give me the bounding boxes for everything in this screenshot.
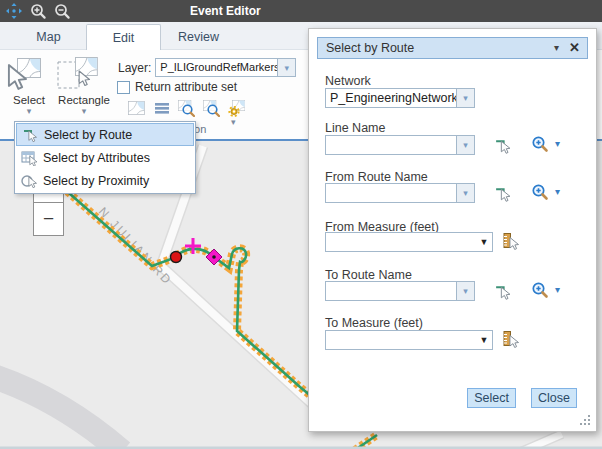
menu-item-label: Select by Attributes (43, 151, 150, 165)
select-features-icon[interactable] (128, 100, 145, 117)
to-measure-select-on-map-icon[interactable] (501, 330, 519, 348)
from-route-name-caret-icon[interactable]: ▾ (456, 184, 474, 202)
attributes-table-icon[interactable] (153, 100, 170, 117)
network-dropdown[interactable]: P_EngineeringNetwork ▾ (325, 88, 475, 108)
rectangle-tool-label: Rectangle (56, 94, 112, 106)
panel-header[interactable]: Select by Route ▾ ✕ (317, 37, 588, 59)
titlebar: Event Editor (0, 0, 602, 22)
select-tool-icon (6, 56, 42, 92)
network-caret-icon[interactable]: ▾ (456, 89, 474, 107)
selection-tools-row (128, 100, 245, 117)
from-route-name-label: From Route Name (325, 170, 428, 184)
layer-dropdown-value: P_ILIGroundRefMarkers (156, 59, 277, 76)
tab-review[interactable]: Review (161, 25, 236, 50)
from-route-name-value (326, 184, 456, 202)
pan-to-selection-icon[interactable] (203, 100, 220, 117)
map-zoom-out-button[interactable]: − (33, 203, 64, 236)
network-value: P_EngineeringNetwork (326, 89, 456, 107)
menu-item-label: Select by Proximity (43, 174, 149, 188)
close-button[interactable]: Close (531, 388, 577, 408)
menu-item-select-by-attributes[interactable]: Select by Attributes (16, 146, 194, 169)
line-name-label: Line Name (325, 121, 385, 135)
from-measure-combobox[interactable]: ▼ (325, 232, 493, 252)
menu-item-label: Select by Route (44, 128, 132, 142)
line-name-zoom-caret-icon[interactable]: ▾ (555, 138, 560, 149)
layer-label: Layer: (118, 61, 151, 75)
to-route-select-on-map-icon[interactable] (493, 282, 511, 300)
from-route-select-on-map-icon[interactable] (493, 184, 511, 202)
network-label: Network (325, 74, 371, 88)
from-route-zoom-caret-icon[interactable]: ▾ (555, 186, 560, 197)
panel-title: Select by Route (326, 38, 414, 58)
rectangle-tool-icon (56, 56, 100, 92)
select-tool-caret-icon[interactable]: ▾ (6, 107, 52, 116)
zoom-in-icon[interactable] (29, 2, 47, 20)
app-title: Event Editor (190, 0, 261, 22)
select-tool-label: Select (6, 94, 52, 106)
red-point-marker[interactable] (171, 252, 182, 263)
to-measure-combobox[interactable]: ▼ (325, 330, 493, 350)
select-by-route-icon (21, 126, 38, 143)
to-route-zoom-caret-icon[interactable]: ▾ (555, 284, 560, 295)
layer-dropdown-caret-icon[interactable]: ▾ (277, 59, 295, 76)
line-name-dropdown[interactable]: ▾ (325, 135, 475, 155)
selection-options-icon[interactable] (228, 100, 245, 117)
tab-map[interactable]: Map (11, 25, 86, 50)
select-by-route-panel: Select by Route ▾ ✕ Network P_Engineerin… (308, 28, 597, 432)
menu-item-select-by-route[interactable]: Select by Route (16, 123, 194, 146)
panel-collapse-caret-icon[interactable]: ▾ (554, 38, 559, 58)
rectangle-tool-caret-icon[interactable]: ▾ (56, 107, 112, 116)
menu-item-select-by-proximity[interactable]: Select by Proximity (16, 169, 194, 192)
from-measure-select-on-map-icon[interactable] (501, 232, 519, 250)
from-route-name-dropdown[interactable]: ▾ (325, 183, 475, 203)
selection-options-caret-icon[interactable]: ▾ (231, 118, 236, 127)
zoom-to-selection-icon[interactable] (178, 100, 195, 117)
return-attribute-set-checkbox[interactable] (117, 81, 130, 94)
to-measure-value (326, 331, 476, 349)
to-route-name-label: To Route Name (325, 268, 412, 282)
line-name-value (326, 136, 456, 154)
select-button[interactable]: Select (467, 388, 516, 408)
layer-dropdown[interactable]: P_ILIGroundRefMarkers ▾ (155, 58, 296, 77)
select-tool-menu: Select by Route Select by Attributes S (14, 121, 196, 194)
to-measure-label: To Measure (feet) (325, 316, 423, 330)
event-editor-window: N JULIAN RD + − (0, 0, 602, 449)
to-route-name-dropdown[interactable]: ▾ (325, 281, 475, 301)
from-measure-caret-icon[interactable]: ▼ (476, 233, 492, 251)
line-name-caret-icon[interactable]: ▾ (456, 136, 474, 154)
tab-edit[interactable]: Edit (86, 24, 161, 51)
to-measure-caret-icon[interactable]: ▼ (476, 331, 492, 349)
from-measure-value (326, 233, 476, 251)
line-name-select-on-map-icon[interactable] (493, 136, 511, 154)
select-by-attributes-icon (20, 149, 37, 166)
from-route-zoom-icon[interactable] (531, 183, 549, 201)
line-name-zoom-icon[interactable] (531, 135, 549, 153)
zoom-out-icon[interactable] (53, 2, 71, 20)
select-tool-button[interactable]: Select ▾ (6, 56, 52, 116)
panel-close-icon[interactable]: ✕ (569, 38, 580, 58)
select-by-proximity-icon (20, 172, 37, 189)
to-route-name-caret-icon[interactable]: ▾ (456, 282, 474, 300)
to-route-name-value (326, 282, 456, 300)
to-route-zoom-icon[interactable] (531, 281, 549, 299)
panel-resize-grip[interactable] (588, 423, 590, 425)
rectangle-tool-button[interactable]: Rectangle ▾ (56, 56, 112, 116)
return-attribute-set-label: Return attribute set (135, 80, 237, 94)
pan-icon[interactable] (5, 2, 23, 20)
